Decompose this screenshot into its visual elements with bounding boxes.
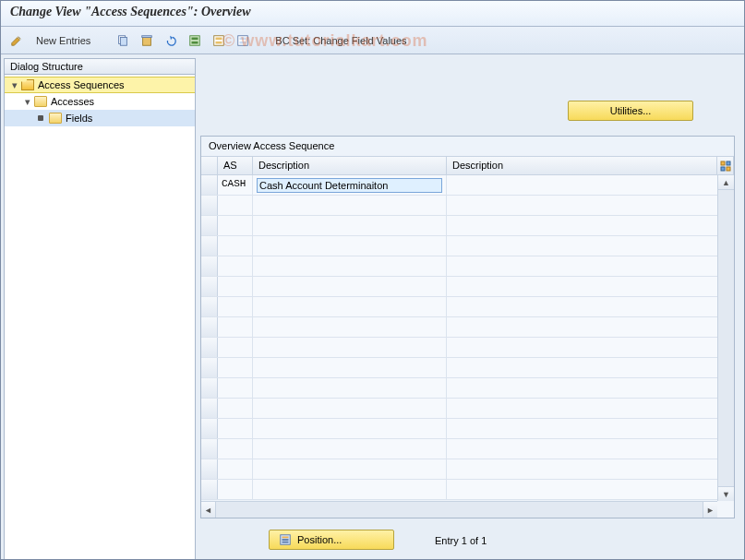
delete-icon[interactable] <box>137 30 157 51</box>
cell-description-2[interactable] <box>447 419 734 438</box>
cell-description[interactable] <box>253 358 447 377</box>
cell-as[interactable] <box>218 358 253 377</box>
svg-rect-15 <box>721 167 725 171</box>
cell-description[interactable] <box>253 399 447 418</box>
cell-as[interactable] <box>218 459 253 479</box>
toggle-display-change-icon[interactable] <box>6 30 27 51</box>
cell-as[interactable] <box>218 277 253 296</box>
cell-description-2[interactable] <box>447 175 734 195</box>
cell-description[interactable] <box>253 317 447 337</box>
row-selector[interactable] <box>201 277 218 296</box>
cell-as[interactable] <box>218 439 253 459</box>
cell-description[interactable] <box>253 216 447 235</box>
select-all-icon[interactable] <box>185 30 205 51</box>
position-button-label: Position... <box>297 534 342 545</box>
row-selector[interactable] <box>201 419 218 438</box>
row-selector[interactable] <box>201 256 218 276</box>
cell-as[interactable] <box>218 378 253 398</box>
cell-description[interactable] <box>253 297 447 316</box>
cell-as[interactable] <box>218 419 253 438</box>
row-selector[interactable] <box>201 317 218 337</box>
svg-rect-4 <box>190 35 200 45</box>
cell-description[interactable] <box>253 236 447 256</box>
row-selector[interactable] <box>201 338 218 357</box>
cell-description-2[interactable] <box>447 338 734 357</box>
tree-node-accesses[interactable]: ▾ Accesses <box>5 93 195 110</box>
cell-description-2[interactable] <box>447 256 734 276</box>
grid-header-selector[interactable] <box>201 157 218 175</box>
tree-node-fields[interactable]: Fields <box>5 110 195 126</box>
row-selector[interactable] <box>201 297 218 316</box>
cell-description-2[interactable] <box>447 459 734 479</box>
row-selector[interactable] <box>201 399 218 418</box>
cell-description[interactable] <box>253 419 447 438</box>
table-row <box>201 256 734 277</box>
tree-node-access-sequences[interactable]: ▾ Access Sequences <box>5 77 195 93</box>
copy-as-icon[interactable] <box>113 30 133 51</box>
row-selector[interactable] <box>201 358 218 377</box>
cell-description-2[interactable] <box>447 439 734 459</box>
cell-description-2[interactable] <box>447 399 734 418</box>
cell-as[interactable] <box>218 216 253 235</box>
cell-description[interactable] <box>253 439 447 459</box>
select-block-icon[interactable] <box>209 30 229 51</box>
cell-description-2[interactable] <box>447 277 734 296</box>
grid-horizontal-scrollbar[interactable]: ◄ ► <box>201 501 717 518</box>
row-selector[interactable] <box>201 236 218 256</box>
cell-description-2[interactable] <box>447 196 734 215</box>
cell-description[interactable] <box>253 196 447 215</box>
scroll-down-icon[interactable]: ▼ <box>718 486 734 501</box>
expand-collapse-icon[interactable]: ▾ <box>8 79 21 91</box>
expand-collapse-icon[interactable]: ▾ <box>21 96 34 108</box>
table-row <box>201 358 734 378</box>
row-selector[interactable] <box>201 480 218 499</box>
cell-description-2[interactable] <box>447 317 734 337</box>
cell-as[interactable] <box>218 256 253 276</box>
cell-description[interactable] <box>253 277 447 296</box>
cell-description-2[interactable] <box>447 358 734 377</box>
cell-description-2[interactable] <box>447 216 734 235</box>
cell-description-2[interactable] <box>447 297 734 316</box>
cell-as[interactable] <box>218 399 253 418</box>
grid-header-as[interactable]: AS <box>218 157 253 175</box>
cell-description[interactable] <box>253 378 447 398</box>
cell-description-2[interactable] <box>447 378 734 398</box>
cell-description[interactable] <box>253 175 447 195</box>
cell-as[interactable] <box>218 297 253 316</box>
cell-description[interactable] <box>253 256 447 276</box>
scroll-left-icon[interactable]: ◄ <box>201 502 216 518</box>
description-input[interactable] <box>257 178 442 193</box>
grid-vertical-scrollbar[interactable]: ▲ ▼ <box>717 175 734 501</box>
utilities-button[interactable]: Utilities... <box>568 101 693 121</box>
row-selector[interactable] <box>201 216 218 235</box>
cell-as[interactable]: CASH <box>218 175 253 195</box>
cell-description[interactable] <box>253 480 447 499</box>
scroll-right-icon[interactable]: ► <box>703 502 717 518</box>
row-selector[interactable] <box>201 439 218 459</box>
row-selector[interactable] <box>201 459 218 479</box>
cell-description-2[interactable] <box>447 480 734 499</box>
new-entries-button[interactable]: New Entries <box>30 30 96 51</box>
scroll-up-icon[interactable]: ▲ <box>718 175 734 190</box>
cell-as[interactable] <box>218 236 253 256</box>
cell-description[interactable] <box>253 338 447 357</box>
bc-set-button[interactable]: BC Set: Change Field Values <box>270 30 412 51</box>
grid-header-description[interactable]: Description <box>253 157 447 175</box>
undo-change-icon[interactable] <box>161 30 181 51</box>
row-selector[interactable] <box>201 196 218 215</box>
cell-description-2[interactable] <box>447 236 734 256</box>
deselect-all-icon[interactable] <box>233 30 253 51</box>
position-button[interactable]: Position... <box>269 530 394 550</box>
cell-description[interactable] <box>253 459 447 479</box>
svg-rect-2 <box>143 36 151 45</box>
cell-as[interactable] <box>218 338 253 357</box>
content-area: © www.tutorialkart.com Dialog Structure … <box>1 54 744 559</box>
row-selector[interactable] <box>201 378 218 398</box>
grid-configure-icon[interactable] <box>717 157 734 175</box>
tree-node-label: Access Sequences <box>38 79 125 90</box>
cell-as[interactable] <box>218 196 253 215</box>
cell-as[interactable] <box>218 480 253 499</box>
grid-header-description-2[interactable]: Description <box>447 157 717 175</box>
row-selector[interactable] <box>201 175 218 195</box>
cell-as[interactable] <box>218 317 253 337</box>
